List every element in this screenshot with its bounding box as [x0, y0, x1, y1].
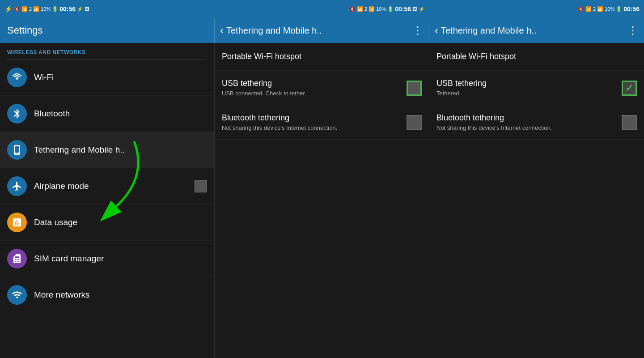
time-left: 00:56	[59, 5, 76, 13]
panel-right-bt-text: Bluetooth tethering Not sharing this dev…	[436, 113, 617, 131]
wifi-icon	[7, 68, 27, 87]
sidebar-item-tethering[interactable]: Tethering and Mobile h..	[0, 132, 214, 168]
more-networks-icon	[7, 285, 27, 305]
sidebar-item-more-networks[interactable]: More networks	[0, 277, 214, 313]
battery-pct-mid: 10%	[376, 6, 386, 12]
status-icons-right: 🔇 📶 2 📶 10% 🔋 00:56	[578, 5, 640, 13]
time-mid: 00:56	[395, 5, 411, 13]
sidebar-airplane-label: Airplane mode	[34, 181, 89, 191]
panel-left-usb-title: USB tethering	[222, 79, 402, 88]
usb2-icon: ⚡	[77, 6, 83, 12]
bluetooth-icon	[7, 104, 27, 124]
panel-left-usb[interactable]: USB tethering USB connected. Check to te…	[215, 71, 429, 105]
header-bar: Settings ‹ Tethering and Mobile h.. ⋮ ‹ …	[0, 18, 644, 43]
panel-right-bluetooth[interactable]: Bluetooth tethering Not sharing this dev…	[429, 105, 644, 140]
sidebar-item-sim[interactable]: SIM card manager	[0, 241, 214, 277]
signal-bars-left: 📶	[33, 6, 39, 12]
battery-icon-mid: 🔋	[387, 6, 394, 12]
signal-mid: 📶	[369, 6, 375, 12]
battery-pct-left: 10%	[41, 6, 51, 12]
mute-icon: 🔇	[14, 6, 20, 12]
panel-left: Portable Wi-Fi hotspot USB tethering USB…	[215, 43, 429, 358]
status-bar-right: 🔇 📶 2 📶 10% 🔋 00:56	[429, 0, 644, 18]
sidebar-more-networks-label: More networks	[34, 290, 90, 300]
panel-left-usb-checkbox[interactable]	[407, 81, 422, 96]
sidebar-wifi-label: Wi-Fi	[34, 72, 54, 82]
panel-right-usb-checkbox[interactable]: ✓	[622, 81, 637, 96]
signal-right: 📶	[597, 6, 603, 12]
sidebar: WIRELESS AND NETWORKS Wi-Fi Bluetooth	[0, 43, 215, 358]
wifi-icon-right: 📶	[585, 6, 592, 12]
panel-right-bt-subtitle: Not sharing this device's Internet conne…	[436, 124, 617, 131]
sidebar-bluetooth-label: Bluetooth	[34, 109, 70, 119]
panel-right: Portable Wi-Fi hotspot USB tethering Tet…	[429, 43, 644, 358]
panel-left-bt-text: Bluetooth tethering Not sharing this dev…	[222, 113, 402, 131]
panel-right-usb-title: USB tethering	[436, 79, 617, 88]
panel-left-hotspot[interactable]: Portable Wi-Fi hotspot	[215, 43, 429, 71]
network-badge-mid: 2	[364, 6, 367, 12]
more-menu-left[interactable]: ⋮	[412, 24, 424, 37]
section-wireless-label: WIRELESS AND NETWORKS	[0, 43, 214, 59]
image-icon: 🖼	[85, 6, 89, 12]
sidebar-item-wifi[interactable]: Wi-Fi	[0, 60, 214, 96]
panel-right-bt-title: Bluetooth tethering	[436, 113, 617, 123]
back-chevron-left: ‹	[220, 24, 224, 37]
header-panel-left[interactable]: ‹ Tethering and Mobile h.. ⋮	[215, 18, 429, 43]
checkmark-icon: ✓	[625, 82, 633, 94]
panel-left-hotspot-title: Portable Wi-Fi hotspot	[222, 52, 301, 61]
back-chevron-right: ‹	[435, 24, 438, 37]
panel-left-bluetooth[interactable]: Bluetooth tethering Not sharing this dev…	[215, 105, 429, 140]
panel-left-bt-checkbox[interactable]	[407, 115, 422, 130]
panel-right-usb-text: USB tethering Tethered.	[436, 79, 617, 97]
panel-title-left: Tethering and Mobile h..	[226, 26, 322, 36]
panel-right-usb-subtitle: Tethered.	[436, 90, 617, 97]
mute-icon-right: 🔇	[578, 6, 584, 12]
airplane-icon	[7, 176, 27, 196]
more-menu-right[interactable]: ⋮	[627, 24, 639, 37]
panel-title-right: Tethering and Mobile h..	[441, 26, 536, 36]
main-layout: WIRELESS AND NETWORKS Wi-Fi Bluetooth	[0, 43, 644, 358]
sidebar-item-airplane[interactable]: Airplane mode	[0, 168, 214, 205]
network-badge-right: 2	[593, 6, 596, 12]
status-icons-left: 🔇 📶 2 📶 10% 🔋 00:56 ⚡ 🖼	[14, 5, 89, 13]
panel-left-usb-text: USB tethering USB connected. Check to te…	[222, 79, 402, 97]
sidebar-tethering-label: Tethering and Mobile h..	[34, 145, 125, 155]
usb-icon-mid: ⚡	[419, 6, 425, 12]
airplane-checkbox[interactable]	[195, 180, 207, 192]
header-panel-right[interactable]: ‹ Tethering and Mobile h.. ⋮	[429, 18, 644, 43]
data-usage-icon	[7, 213, 27, 232]
header-settings-title: Settings	[0, 18, 215, 43]
sidebar-sim-label: SIM card manager	[34, 254, 104, 264]
panel-right-bt-checkbox[interactable]	[622, 115, 637, 130]
battery-icon-left: 🔋	[52, 6, 58, 12]
wifi-icon-status: 📶	[21, 6, 28, 12]
battery-pct-right: 10%	[605, 6, 614, 12]
wifi-icon-mid: 📶	[357, 6, 363, 12]
status-bar: ⚡ 🔇 📶 2 📶 10% 🔋 00:56 ⚡ 🖼 🔇 📶 2 📶 10% 🔋 …	[0, 0, 644, 18]
sidebar-item-bluetooth[interactable]: Bluetooth	[0, 96, 214, 132]
status-bar-left: ⚡ 🔇 📶 2 📶 10% 🔋 00:56 ⚡ 🖼	[0, 0, 215, 18]
panel-right-usb[interactable]: USB tethering Tethered. ✓	[429, 71, 644, 105]
panel-left-bt-subtitle: Not sharing this device's Internet conne…	[222, 124, 402, 131]
panel-left-bt-title: Bluetooth tethering	[222, 113, 402, 123]
network-badge-left: 2	[29, 6, 32, 12]
image-icon-mid: 🖼	[412, 6, 417, 12]
tethering-icon	[7, 140, 27, 160]
panel-left-usb-subtitle: USB connected. Check to tether.	[222, 90, 402, 97]
mute-icon-mid: 🔇	[349, 6, 356, 12]
sim-icon	[7, 249, 27, 268]
usb-icon: ⚡	[4, 5, 12, 13]
back-button-left[interactable]: ‹ Tethering and Mobile h..	[220, 24, 322, 37]
status-icons-mid: 🔇 📶 2 📶 10% 🔋 00:56 🖼 ⚡	[349, 5, 425, 13]
time-right: 00:56	[623, 5, 640, 13]
panel-right-hotspot[interactable]: Portable Wi-Fi hotspot	[429, 43, 644, 71]
sidebar-data-usage-label: Data usage	[34, 217, 77, 227]
battery-icon-right: 🔋	[616, 6, 622, 12]
panel-right-hotspot-title: Portable Wi-Fi hotspot	[436, 52, 516, 61]
status-bar-mid: 🔇 📶 2 📶 10% 🔋 00:56 🖼 ⚡	[215, 0, 429, 18]
back-button-right[interactable]: ‹ Tethering and Mobile h..	[435, 24, 536, 37]
sidebar-item-data-usage[interactable]: Data usage	[0, 205, 214, 241]
